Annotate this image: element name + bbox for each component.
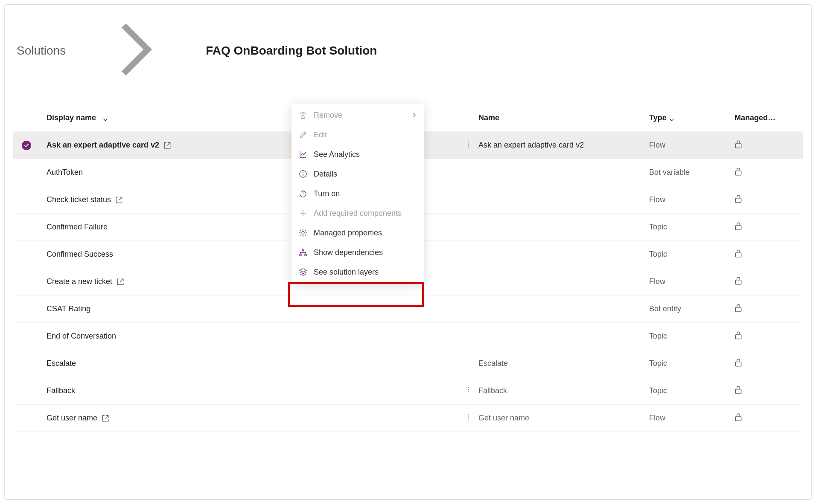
chevron-down-icon <box>669 116 674 121</box>
menu-add-required-components[interactable]: Add required components <box>291 203 424 223</box>
chevron-right-icon <box>72 17 200 84</box>
menu-turn-on[interactable]: Turn on <box>291 184 424 203</box>
open-in-new-icon[interactable] <box>102 414 109 422</box>
power-icon <box>298 189 308 198</box>
gear-icon <box>298 228 308 238</box>
column-name[interactable]: Name <box>478 113 649 122</box>
display-name-link[interactable]: Ask an expert adaptive card v2 <box>47 141 159 150</box>
type-cell: Topic <box>649 332 734 341</box>
managed-cell <box>734 249 803 260</box>
display-name-link[interactable]: End of Conversation <box>47 332 116 341</box>
display-name-link[interactable]: Fallback <box>47 386 75 395</box>
column-type[interactable]: Type <box>649 113 734 122</box>
managed-cell <box>734 331 803 342</box>
column-managed[interactable]: Managed… <box>734 113 803 122</box>
breadcrumb-current: FAQ OnBoarding Bot Solution <box>206 44 377 58</box>
type-cell: Flow <box>649 195 734 204</box>
open-in-new-icon[interactable] <box>117 278 124 286</box>
type-cell: Flow <box>649 141 734 150</box>
analytics-icon <box>298 150 308 159</box>
open-in-new-icon[interactable] <box>163 142 171 149</box>
lock-icon <box>734 140 742 151</box>
more-actions-button[interactable] <box>462 411 474 425</box>
type-cell: Bot entity <box>649 304 734 313</box>
lock-icon <box>734 331 742 342</box>
menu-show-dependencies[interactable]: Show dependencies <box>291 243 424 262</box>
info-icon <box>298 169 308 179</box>
type-cell: Topic <box>649 359 734 368</box>
open-in-new-icon[interactable] <box>115 196 123 204</box>
lock-icon <box>734 413 742 423</box>
table-row[interactable]: CSAT RatingBot entity <box>13 295 803 323</box>
name-cell: Fallback <box>478 386 649 395</box>
managed-cell <box>734 385 803 396</box>
breadcrumb-parent[interactable]: Solutions <box>17 44 66 58</box>
display-name-link[interactable]: Get user name <box>47 414 97 423</box>
menu-managed-properties[interactable]: Managed properties <box>291 223 424 243</box>
display-name-link[interactable]: Confirmed Success <box>47 250 113 259</box>
chevron-down-icon <box>103 116 108 121</box>
lock-icon <box>734 194 742 205</box>
name-cell: Escalate <box>478 359 649 368</box>
lock-icon <box>734 358 742 369</box>
more-actions-button[interactable] <box>462 384 474 397</box>
more-actions-button[interactable] <box>462 139 474 152</box>
name-cell: Get user name <box>478 414 649 423</box>
lock-icon <box>734 222 742 232</box>
display-name-link[interactable]: Escalate <box>47 359 76 368</box>
breadcrumb: Solutions FAQ OnBoarding Bot Solution <box>13 17 803 84</box>
type-cell: Topic <box>649 386 734 395</box>
type-cell: Topic <box>649 250 734 259</box>
menu-details[interactable]: Details <box>291 164 424 184</box>
checkmark-icon[interactable] <box>22 141 31 150</box>
lock-icon <box>734 304 742 314</box>
type-cell: Bot variable <box>649 168 734 177</box>
managed-cell <box>734 167 803 178</box>
display-name-link[interactable]: Confirmed Failure <box>47 223 108 232</box>
chevron-right-icon <box>412 111 417 120</box>
tree-icon <box>298 248 308 257</box>
type-cell: Topic <box>649 223 734 232</box>
table-row[interactable]: Get user nameGet user nameFlow <box>13 405 803 432</box>
lock-icon <box>734 385 742 396</box>
display-name-link[interactable]: Check ticket status <box>47 195 111 204</box>
menu-edit[interactable]: Edit <box>291 125 424 145</box>
type-cell: Flow <box>649 414 734 423</box>
lock-icon <box>734 276 742 287</box>
display-name-link[interactable]: Create a new ticket <box>47 277 112 286</box>
table-row[interactable]: End of ConversationTopic <box>13 323 803 350</box>
plus-icon <box>298 209 308 218</box>
menu-remove[interactable]: Remove <box>291 105 424 125</box>
managed-cell <box>734 413 803 423</box>
managed-cell <box>734 304 803 314</box>
display-name-link[interactable]: AuthToken <box>47 168 83 177</box>
managed-cell <box>734 358 803 369</box>
table-row[interactable]: EscalateEscalateTopic <box>13 350 803 377</box>
layers-icon <box>298 267 308 277</box>
managed-cell <box>734 222 803 232</box>
context-menu: Remove Edit See Analytics Details Turn o… <box>291 104 424 284</box>
lock-icon <box>734 167 742 178</box>
menu-see-solution-layers[interactable]: See solution layers <box>291 262 424 282</box>
name-cell: Ask an expert adaptive card v2 <box>478 141 649 150</box>
display-name-link[interactable]: CSAT Rating <box>47 304 90 313</box>
managed-cell <box>734 140 803 151</box>
pencil-icon <box>298 130 308 139</box>
managed-cell <box>734 276 803 287</box>
lock-icon <box>734 249 742 260</box>
menu-see-analytics[interactable]: See Analytics <box>291 145 424 164</box>
table-row[interactable]: FallbackFallbackTopic <box>13 377 803 405</box>
trash-icon <box>298 110 308 120</box>
managed-cell <box>734 194 803 205</box>
type-cell: Flow <box>649 277 734 286</box>
